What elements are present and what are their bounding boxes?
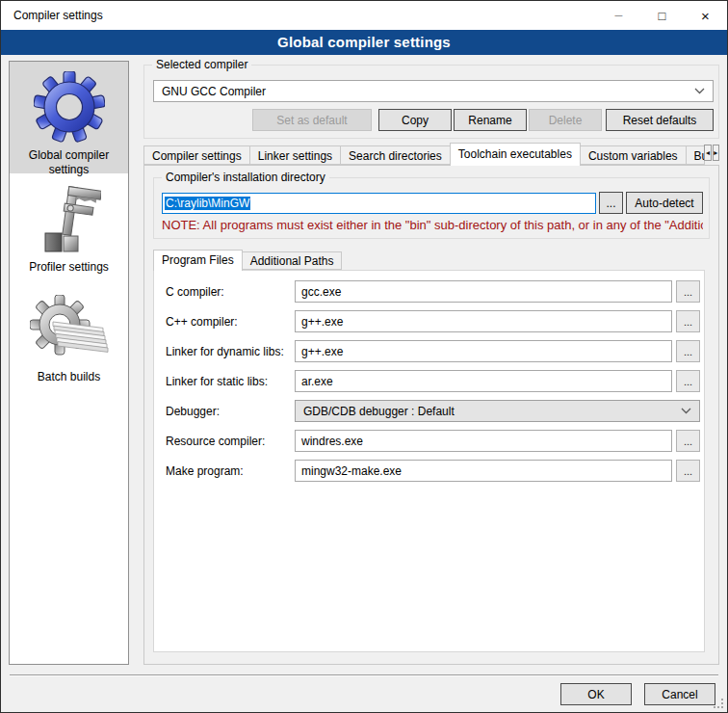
minimize-icon: ─	[615, 10, 623, 21]
delete-button[interactable]: Delete	[529, 109, 602, 131]
program-files-page: C compiler: ... C++ compiler: ... Linker…	[153, 270, 705, 652]
resize-grip[interactable]	[712, 697, 723, 708]
selected-compiler-group: Selected compiler GNU GCC Compiler Set a…	[143, 65, 719, 139]
left-arrow-icon: ◂	[706, 148, 710, 157]
chevron-down-icon	[694, 88, 705, 94]
gear-stack-icon	[30, 295, 109, 364]
caliper-icon	[38, 185, 101, 254]
form-row: Linker for static libs: ...	[166, 370, 700, 392]
sidebar-item-global-compiler-settings[interactable]: Global compiler settings	[10, 62, 128, 173]
selected-compiler-value: GNU GCC Compiler	[162, 85, 266, 98]
sidebar-item-label: Profiler settings	[29, 260, 109, 274]
title-bar: Compiler settings ─ □ ×	[1, 1, 727, 30]
resource-compiler-input[interactable]	[295, 430, 672, 452]
program-files-tab-bar: Program Files Additional Paths	[153, 250, 711, 270]
window-title: Compiler settings	[1, 9, 597, 22]
tab-search-directories[interactable]: Search directories	[340, 145, 451, 165]
form-row: C++ compiler: ...	[166, 310, 700, 332]
set-as-default-button[interactable]: Set as default	[252, 109, 372, 131]
form-row: Resource compiler: ...	[166, 430, 700, 452]
cpp-compiler-input[interactable]	[295, 310, 672, 332]
selected-compiler-select[interactable]: GNU GCC Compiler	[153, 80, 714, 102]
tab-build-options[interactable]: Build options	[686, 145, 706, 165]
field-label: C compiler:	[166, 285, 295, 299]
selected-path-text: C:\raylib\MinGW	[165, 197, 250, 210]
browse-button[interactable]: ...	[676, 460, 700, 482]
settings-category-list: Global compiler settings	[9, 61, 129, 665]
tab-scroll-right-button[interactable]: ▸	[713, 145, 719, 161]
tab-toolchain-executables[interactable]: Toolchain executables	[450, 143, 581, 166]
c-compiler-input[interactable]	[295, 280, 672, 303]
blue-gear-icon	[34, 71, 105, 143]
form-row: Make program: ...	[166, 460, 700, 482]
sidebar-item-label: Global compiler settings	[29, 148, 109, 176]
field-label: C++ compiler:	[166, 315, 295, 329]
form-row: Linker for dynamic libs: ...	[166, 340, 700, 362]
make-program-input[interactable]	[295, 460, 672, 482]
ok-button[interactable]: OK	[560, 683, 632, 705]
static-linker-input[interactable]	[295, 370, 672, 392]
group-legend: Compiler's installation directory	[162, 171, 329, 184]
main-panel: Selected compiler GNU GCC Compiler Set a…	[143, 61, 719, 665]
page-title: Global compiler settings	[1, 30, 727, 55]
field-label: Linker for static libs:	[166, 375, 295, 388]
sidebar-item-batch-builds[interactable]: Batch builds	[10, 274, 128, 401]
subtab-program-files[interactable]: Program Files	[153, 250, 243, 271]
dynamic-linker-input[interactable]	[295, 340, 672, 362]
browse-directory-button[interactable]: ...	[599, 192, 623, 214]
browse-button[interactable]: ...	[676, 280, 700, 303]
close-icon: ×	[701, 8, 710, 24]
form-row: C compiler: ...	[166, 280, 700, 303]
auto-detect-button[interactable]: Auto-detect	[626, 192, 703, 214]
compiler-settings-dialog: Compiler settings ─ □ × Global compiler …	[0, 0, 728, 713]
reset-defaults-button[interactable]: Reset defaults	[606, 109, 714, 131]
toolchain-executables-page: Compiler's installation directory C:\ray…	[143, 165, 719, 665]
cancel-button[interactable]: Cancel	[644, 683, 715, 705]
tab-linker-settings[interactable]: Linker settings	[249, 145, 341, 165]
close-button[interactable]: ×	[684, 2, 727, 30]
browse-button[interactable]: ...	[676, 340, 700, 362]
debugger-value: GDB/CDB debugger : Default	[303, 405, 455, 418]
browse-button[interactable]: ...	[676, 370, 700, 392]
maximize-icon: □	[659, 9, 666, 23]
field-label: Resource compiler:	[166, 435, 295, 448]
rename-button[interactable]: Rename	[454, 109, 527, 131]
tab-scroll-left-button[interactable]: ◂	[704, 145, 711, 161]
chevron-down-icon	[681, 408, 691, 414]
field-label: Debugger:	[166, 405, 295, 418]
form-row: Debugger: GDB/CDB debugger : Default	[166, 400, 700, 422]
group-legend: Selected compiler	[152, 58, 251, 71]
minimize-button[interactable]: ─	[597, 2, 640, 30]
debugger-select[interactable]: GDB/CDB debugger : Default	[295, 400, 700, 422]
field-label: Make program:	[166, 464, 295, 478]
tab-custom-variables[interactable]: Custom variables	[580, 145, 687, 165]
installation-directory-group: Compiler's installation directory C:\ray…	[153, 177, 710, 239]
subtab-additional-paths[interactable]: Additional Paths	[242, 251, 343, 270]
browse-button[interactable]: ...	[676, 430, 700, 452]
copy-button[interactable]: Copy	[378, 109, 452, 131]
settings-tab-bar: Compiler settings Linker settings Search…	[143, 143, 719, 165]
tab-compiler-settings[interactable]: Compiler settings	[143, 145, 250, 165]
sidebar-item-profiler-settings[interactable]: Profiler settings	[10, 173, 128, 274]
note-text: NOTE: All programs must exist either in …	[162, 218, 703, 232]
footer-divider	[10, 674, 718, 676]
sidebar-item-label: Batch builds	[38, 370, 100, 383]
right-arrow-icon: ▸	[714, 148, 717, 157]
installation-directory-input[interactable]: C:\raylib\MinGW	[162, 193, 596, 214]
maximize-button[interactable]: □	[640, 2, 684, 30]
field-label: Linker for dynamic libs:	[166, 345, 295, 358]
browse-button[interactable]: ...	[676, 310, 700, 332]
